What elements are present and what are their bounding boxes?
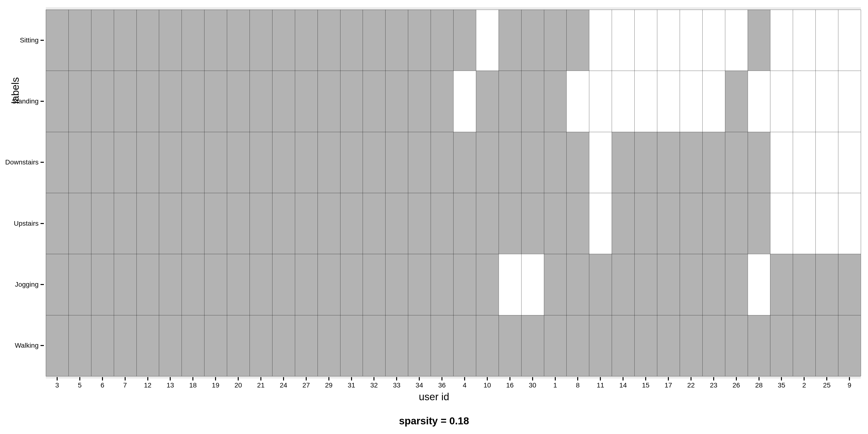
heatmap-cell xyxy=(566,254,589,315)
heatmap-cell xyxy=(634,71,657,132)
x-tick-mark xyxy=(373,377,374,380)
x-tick-label: 13 xyxy=(166,381,174,389)
heatmap-cell xyxy=(68,254,91,315)
heatmap-cell xyxy=(408,71,431,132)
heatmap-cell xyxy=(431,254,453,315)
heatmap-cell xyxy=(385,71,408,132)
heatmap-cell xyxy=(408,132,431,193)
facet-strip xyxy=(137,7,159,10)
x-tick-label: 4 xyxy=(463,381,467,389)
y-tick-mark xyxy=(40,284,44,285)
heatmap-cell xyxy=(521,315,544,376)
x-tick-mark xyxy=(532,377,533,380)
heatmap-cell xyxy=(702,315,725,376)
x-tick-label: 7 xyxy=(123,381,127,389)
x-tick-mark xyxy=(577,377,578,380)
x-tick-label: 15 xyxy=(642,381,649,389)
x-tick-mark xyxy=(351,377,352,380)
x-tick-label: 24 xyxy=(280,381,287,389)
heatmap-cell xyxy=(272,10,295,71)
x-tick-mark xyxy=(441,377,442,380)
heatmap-cell xyxy=(838,10,861,71)
facet-strip xyxy=(385,7,408,10)
heatmap-cell xyxy=(159,132,182,193)
heatmap-cell xyxy=(182,10,204,71)
x-tick-label: 31 xyxy=(348,381,355,389)
heatmap-cell xyxy=(91,132,114,193)
x-tick-label: 33 xyxy=(393,381,401,389)
facet-strip xyxy=(793,7,815,10)
facet-strip xyxy=(680,7,702,10)
facet-strip xyxy=(476,7,498,10)
heatmap-cell xyxy=(272,193,295,254)
heatmap-cell xyxy=(159,10,182,71)
heatmap-cell xyxy=(499,10,521,71)
facet-strip xyxy=(250,7,272,10)
heatmap-cell xyxy=(770,193,793,254)
heatmap-cell xyxy=(634,193,657,254)
heatmap-cell xyxy=(521,71,544,132)
heatmap-cell xyxy=(453,132,476,193)
heatmap-cell xyxy=(68,10,91,71)
x-tick-label: 9 xyxy=(847,381,851,389)
heatmap-cell xyxy=(770,254,793,315)
heatmap-cell xyxy=(385,193,408,254)
facet-strip xyxy=(634,7,657,10)
facet-strip xyxy=(363,7,385,10)
heatmap-cell xyxy=(159,315,182,376)
heatmap-cell xyxy=(521,10,544,71)
heatmap-cell xyxy=(725,10,748,71)
heatmap-cell xyxy=(702,132,725,193)
heatmap-cell xyxy=(566,71,589,132)
heatmap-cell xyxy=(182,132,204,193)
heatmap-cell xyxy=(680,71,702,132)
heatmap-cell xyxy=(295,315,317,376)
facet-strip xyxy=(612,7,634,10)
heatmap-cell xyxy=(634,132,657,193)
heatmap-cell xyxy=(204,315,227,376)
heatmap-cell xyxy=(295,193,317,254)
grid-hline xyxy=(46,376,861,376)
y-tick-mark xyxy=(40,223,44,224)
x-tick-label: 28 xyxy=(755,381,763,389)
x-tick-mark xyxy=(102,377,103,380)
heatmap-cell xyxy=(408,193,431,254)
heatmap-cell xyxy=(499,254,521,315)
facet-strip xyxy=(725,7,747,10)
heatmap-cell xyxy=(453,254,476,315)
heatmap-cell xyxy=(204,193,227,254)
heatmap-cell xyxy=(657,193,680,254)
heatmap-cell xyxy=(521,254,544,315)
heatmap-cell xyxy=(680,193,702,254)
facet-strip xyxy=(431,7,453,10)
heatmap-cell xyxy=(634,254,657,315)
facet-strip xyxy=(46,7,68,10)
heatmap-cell xyxy=(114,315,136,376)
heatmap-cell xyxy=(815,10,838,71)
y-tick-label: Upstairs xyxy=(14,220,38,227)
heatmap-cell xyxy=(250,254,272,315)
heatmap-cell xyxy=(748,132,770,193)
heatmap-cell xyxy=(46,315,68,376)
facet-strip xyxy=(703,7,725,10)
x-tick-label: 17 xyxy=(664,381,672,389)
x-tick-label: 36 xyxy=(438,381,445,389)
heatmap-cell xyxy=(589,193,612,254)
heatmap-cell xyxy=(702,71,725,132)
facet-strip xyxy=(657,7,679,10)
x-tick-label: 1 xyxy=(553,381,557,389)
y-tick-label: Standing xyxy=(12,97,38,105)
x-tick-label: 6 xyxy=(100,381,104,389)
heatmap-cell xyxy=(748,254,770,315)
heatmap-cell xyxy=(227,193,250,254)
heatmap-cell xyxy=(657,71,680,132)
heatmap-cell xyxy=(68,132,91,193)
x-tick-mark xyxy=(849,377,850,380)
heatmap-cell xyxy=(793,254,815,315)
x-tick-label: 11 xyxy=(597,381,604,389)
heatmap-cell xyxy=(634,10,657,71)
heatmap-cell xyxy=(227,132,250,193)
y-tick-mark xyxy=(40,101,44,102)
grid-hline xyxy=(46,193,861,193)
x-tick-mark xyxy=(736,377,737,380)
